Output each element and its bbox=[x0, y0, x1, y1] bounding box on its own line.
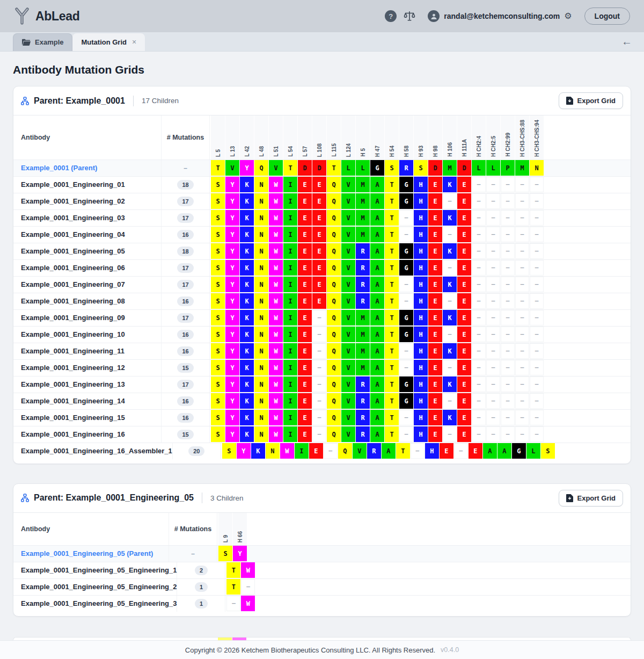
antibody-name: Example_0001_Engineering_09 bbox=[13, 310, 162, 326]
grid-row: Example_0001_Engineering_16_Assembler_12… bbox=[13, 443, 631, 459]
mutation-count: 16 bbox=[162, 343, 210, 359]
mutation-cell: – bbox=[312, 393, 326, 409]
mutation-cell: V bbox=[341, 210, 355, 226]
mutation-cell: E bbox=[428, 376, 442, 392]
mutation-cell: E bbox=[312, 210, 326, 226]
page-title: Antibody Mutation Grids bbox=[13, 63, 631, 76]
mutation-cell bbox=[218, 638, 232, 640]
mutation-cell: V bbox=[341, 277, 355, 292]
mutation-cell: N bbox=[254, 376, 268, 392]
position-column-header: H 47 bbox=[370, 115, 384, 160]
mutation-cell: – bbox=[515, 227, 529, 242]
user-email: randal@ketchemconsulting.com bbox=[444, 12, 560, 20]
mutation-cell: – bbox=[472, 343, 486, 359]
mutation-cell: T bbox=[385, 193, 399, 209]
mutation-cell: L bbox=[472, 160, 486, 176]
antibody-name: Example_0001_Engineering_16 bbox=[13, 426, 162, 443]
mutation-count: 17 bbox=[162, 260, 210, 276]
mutation-count-badge: 15 bbox=[177, 363, 193, 373]
mutation-cell: W bbox=[269, 343, 283, 359]
mutation-cell: W bbox=[269, 177, 283, 192]
mutation-cell: R bbox=[356, 277, 370, 292]
mutation-cell: I bbox=[283, 310, 297, 325]
mutation-cell: – bbox=[501, 327, 515, 342]
mutation-cell: – bbox=[472, 293, 486, 309]
antibody-parent-link[interactable]: Example_0001_Engineering_05 (Parent) bbox=[13, 546, 169, 562]
mutation-cell: G bbox=[399, 310, 413, 325]
position-column-header: H 111A bbox=[457, 115, 471, 160]
mutation-cell: M bbox=[356, 310, 370, 325]
mutation-cell: S bbox=[211, 376, 225, 392]
mutation-cell: – bbox=[486, 327, 500, 342]
help-icon[interactable]: ? bbox=[385, 10, 397, 22]
mutation-cell: E bbox=[428, 393, 442, 409]
mutation-cell: I bbox=[283, 410, 297, 425]
mutation-cell: V bbox=[353, 443, 367, 459]
mutation-cell: – bbox=[472, 426, 486, 442]
mutation-cell: – bbox=[486, 393, 500, 409]
antibody-name: Example_0001_Engineering_04 bbox=[13, 227, 162, 243]
mutation-cell: A bbox=[370, 277, 384, 292]
mutation-cell: – bbox=[472, 410, 486, 425]
mutation-cell: V bbox=[341, 393, 355, 409]
position-column-header: L 48 bbox=[254, 115, 268, 160]
back-arrow-icon[interactable]: ← bbox=[621, 35, 644, 51]
mutation-cell: G bbox=[399, 177, 413, 192]
mutation-cell: – bbox=[501, 260, 515, 276]
mutation-cell: – bbox=[486, 360, 500, 375]
mutation-cell: – bbox=[472, 193, 486, 209]
mutation-cell: L bbox=[341, 160, 355, 176]
mutation-cell: – bbox=[486, 193, 500, 209]
tab-mutation-grid[interactable]: Mutation Grid × bbox=[72, 33, 145, 51]
mutation-cell: – bbox=[454, 443, 468, 459]
mutation-cell: E bbox=[457, 426, 471, 442]
gear-icon[interactable]: ⚙ bbox=[564, 12, 572, 20]
mutation-cell: E bbox=[312, 227, 326, 242]
tab-example[interactable]: Example bbox=[13, 33, 72, 51]
mutation-cell: – bbox=[399, 210, 413, 226]
export-grid-button[interactable]: Export Grid bbox=[559, 490, 623, 506]
close-icon[interactable]: × bbox=[132, 38, 136, 46]
mutation-cell: Y bbox=[225, 343, 239, 359]
mutation-cell: K bbox=[443, 243, 457, 259]
mutation-cell: – bbox=[486, 210, 500, 226]
export-grid-button[interactable]: Export Grid bbox=[559, 92, 623, 109]
position-column-header: H CH3-CHS:88 bbox=[515, 115, 529, 160]
mutation-cell: – bbox=[530, 376, 544, 392]
mutation-cell: Q bbox=[327, 227, 341, 242]
mutation-cell: S bbox=[211, 310, 225, 325]
mutation-cell: S bbox=[211, 327, 225, 342]
grid-row: Example_0001_Engineering_05_Engineering_… bbox=[13, 578, 631, 595]
mutation-cell: E bbox=[298, 210, 312, 226]
mutation-cell: W bbox=[269, 360, 283, 375]
mutation-cell: N bbox=[266, 443, 280, 459]
mutation-cell: G bbox=[399, 393, 413, 409]
mutation-count: 20 bbox=[173, 443, 221, 459]
mutation-cell: E bbox=[457, 177, 471, 192]
mutation-cell: E bbox=[298, 360, 312, 375]
mutation-cell: V bbox=[341, 376, 355, 392]
mutation-count: 15 bbox=[162, 360, 210, 376]
mutation-cell: E bbox=[457, 260, 471, 276]
mutation-cell: H bbox=[414, 393, 428, 409]
mutation-cell: E bbox=[298, 277, 312, 292]
scale-icon[interactable] bbox=[404, 11, 415, 21]
mutation-cell: E bbox=[428, 227, 442, 242]
mutation-cell: K bbox=[240, 310, 254, 325]
mutation-cell: E bbox=[457, 376, 471, 392]
mutation-cell: A bbox=[370, 376, 384, 392]
grid-row: Example_0001_Engineering_0118SYKNWIEEQVM… bbox=[13, 176, 631, 193]
logout-button[interactable]: Logout bbox=[584, 8, 630, 25]
mutation-cell: K bbox=[443, 310, 457, 325]
mutation-count: 17 bbox=[162, 310, 210, 326]
mutation-cell: H bbox=[414, 376, 428, 392]
mutation-cell: E bbox=[298, 343, 312, 359]
position-column-header: L 9 bbox=[218, 513, 232, 545]
mutation-cell: K bbox=[443, 410, 457, 425]
mutation-cell: – bbox=[312, 310, 326, 325]
mutation-count: 18 bbox=[162, 177, 210, 193]
antibody-parent-link[interactable]: Example_0001 (Parent) bbox=[13, 160, 162, 176]
mutation-cell: T bbox=[385, 343, 399, 359]
mutation-cell: – bbox=[443, 327, 457, 342]
antibody-name: Example_0001_Engineering_02 bbox=[13, 193, 162, 209]
